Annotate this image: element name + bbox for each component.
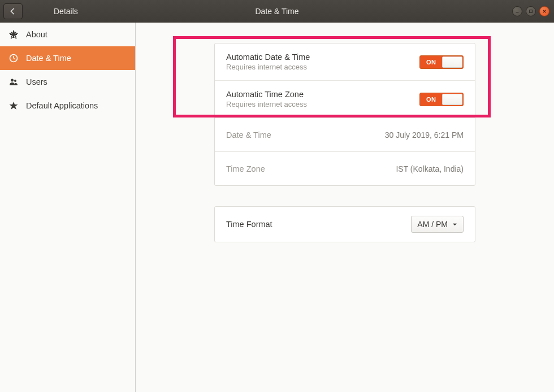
users-icon	[9, 77, 18, 86]
chevron-down-icon	[452, 222, 457, 227]
titlebar-title: Date & Time	[255, 7, 298, 16]
sidebar-item-users[interactable]: Users	[0, 70, 135, 94]
time-format-value: AM / PM	[417, 220, 448, 229]
sidebar-item-label: Default Applications	[26, 101, 98, 110]
sidebar-item-label: Date & Time	[26, 54, 71, 63]
datetime-value: 30 July 2019, 6:21 PM	[385, 130, 464, 140]
close-button[interactable]	[539, 6, 549, 16]
sidebar: About Date & Time Users Default Applicat…	[0, 23, 136, 392]
time-format-combo[interactable]: AM / PM	[411, 216, 464, 233]
titlebar: Details Date & Time	[0, 0, 554, 23]
auto-datetime-sub: Requires internet access	[226, 63, 310, 71]
auto-timezone-switch[interactable]: ON	[419, 93, 464, 106]
back-button[interactable]	[3, 3, 23, 19]
svg-line-10	[14, 58, 15, 59]
sidebar-item-default-apps[interactable]: Default Applications	[0, 94, 135, 117]
switch-label: ON	[420, 59, 436, 66]
time-format-label: Time Format	[226, 220, 272, 229]
minimize-icon	[515, 9, 520, 14]
window-controls	[512, 6, 549, 16]
svg-point-11	[11, 79, 14, 82]
content-area: Automatic Date & Time Requires internet …	[136, 23, 554, 392]
datetime-label: Date & Time	[226, 130, 271, 140]
timezone-label: Time Zone	[226, 164, 265, 173]
clock-icon	[9, 54, 18, 63]
row-datetime[interactable]: Date & Time 30 July 2019, 6:21 PM	[215, 117, 475, 151]
sidebar-item-label: Users	[26, 77, 47, 86]
maximize-button[interactable]	[526, 6, 536, 16]
auto-timezone-label: Automatic Time Zone	[226, 90, 307, 99]
sidebar-item-about[interactable]: About	[0, 23, 135, 46]
panel-main: Automatic Date & Time Requires internet …	[214, 43, 475, 186]
row-time-format: Time Format AM / PM	[215, 207, 475, 242]
row-auto-datetime: Automatic Date & Time Requires internet …	[215, 43, 475, 80]
maximize-icon	[529, 9, 533, 14]
titlebar-section: Details	[54, 7, 78, 16]
timezone-value: IST (Kolkata, India)	[396, 164, 464, 173]
svg-rect-1	[530, 10, 533, 13]
auto-timezone-sub: Requires internet access	[226, 100, 307, 108]
star-icon	[9, 101, 18, 110]
auto-datetime-switch[interactable]: ON	[419, 55, 464, 69]
minimize-button[interactable]	[512, 6, 522, 16]
switch-thumb	[442, 94, 462, 105]
row-auto-timezone: Automatic Time Zone Requires internet ac…	[215, 80, 475, 117]
row-timezone[interactable]: Time Zone IST (Kolkata, India)	[215, 151, 475, 185]
auto-datetime-label: Automatic Date & Time	[226, 53, 310, 62]
plus-icon	[9, 30, 18, 39]
switch-thumb	[442, 56, 462, 68]
switch-label: ON	[420, 96, 436, 103]
panel-format: Time Format AM / PM	[214, 206, 475, 242]
chevron-left-icon	[9, 7, 17, 15]
svg-point-12	[14, 80, 16, 82]
sidebar-item-label: About	[26, 30, 47, 39]
sidebar-item-date-time[interactable]: Date & Time	[0, 46, 135, 70]
close-icon	[542, 9, 547, 14]
